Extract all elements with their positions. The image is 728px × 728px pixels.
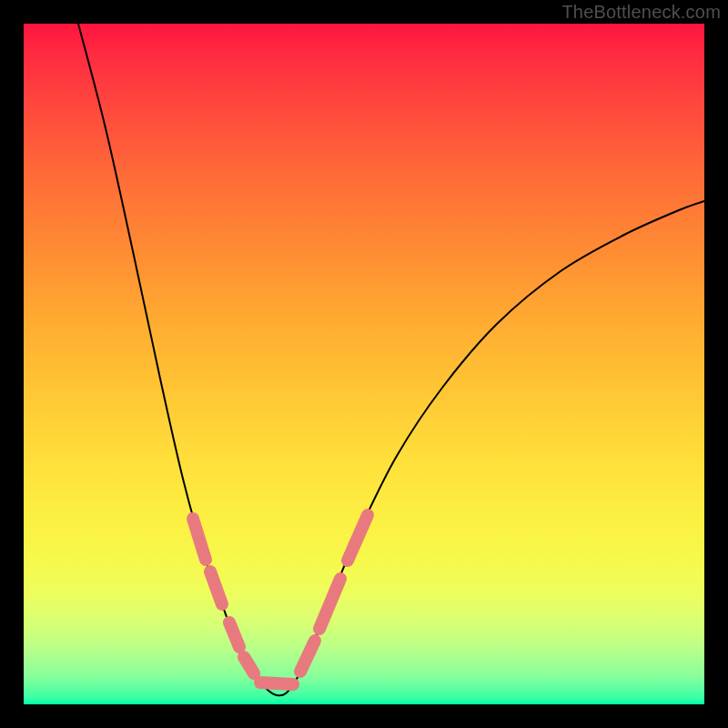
- highlight-bead: [229, 622, 239, 647]
- bottleneck-curve: [78, 24, 704, 695]
- highlight-bead: [244, 657, 254, 673]
- watermark-text: TheBottleneck.com: [561, 2, 721, 23]
- highlight-bead: [210, 571, 222, 604]
- highlight-bead: [260, 682, 293, 684]
- highlight-bead: [348, 515, 368, 561]
- chart-frame: TheBottleneck.com: [0, 0, 728, 728]
- highlight-bead: [300, 641, 315, 672]
- bottleneck-curve-plot: [24, 24, 704, 704]
- highlight-bead: [193, 519, 206, 560]
- highlight-bead-group: [193, 515, 368, 684]
- highlight-bead: [319, 579, 340, 629]
